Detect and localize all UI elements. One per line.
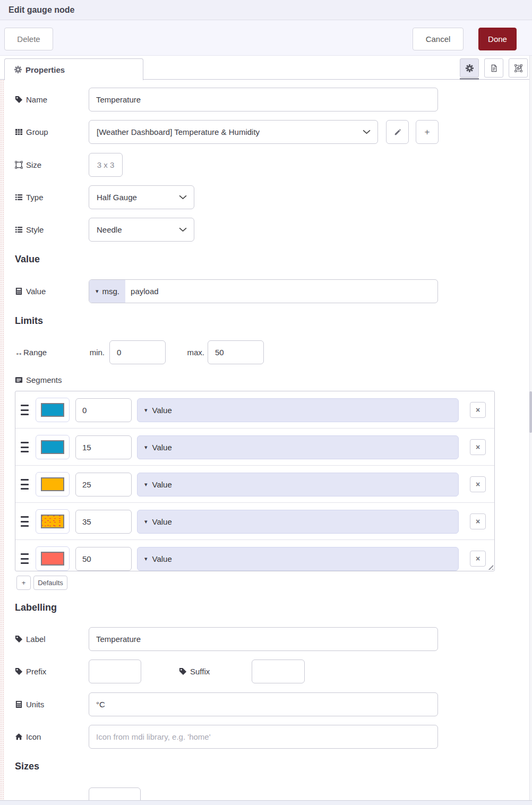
min-label: min. [87,340,105,364]
value-section-heading: Value [15,254,40,265]
delete-button[interactable]: Delete [4,28,53,50]
calculator-icon [15,700,23,708]
caret-down-icon: ▾ [144,481,148,488]
appearance-panel-button[interactable] [509,58,528,78]
done-button[interactable]: Done [478,28,517,50]
workspace-edge-strip [0,80,4,800]
segment-type-label: Value [152,443,172,452]
prefix-input[interactable] [89,660,141,683]
home-icon [15,733,23,741]
description-panel-button[interactable] [484,58,503,78]
drag-handle-icon[interactable] [21,405,29,415]
segment-value-input[interactable] [75,510,132,534]
suffix-label: Suffix [179,660,210,683]
segment-type-dropdown[interactable]: ▾ Value [137,398,459,422]
segment-color-button[interactable] [36,546,70,571]
calculator-icon [15,287,23,295]
segment-value-input[interactable] [75,398,132,422]
properties-panel-button[interactable] [460,58,479,78]
tag-icon [15,96,23,104]
range-max-input[interactable] [208,340,264,364]
gear-icon [466,64,474,72]
label-input[interactable] [89,627,438,651]
document-icon [490,64,498,72]
segment-value-input[interactable] [75,547,132,571]
drag-handle-icon[interactable] [21,516,29,527]
type-row: Type Half Gauge [0,185,532,209]
defaults-button[interactable]: Defaults [33,576,67,590]
segment-value-input[interactable] [75,435,132,459]
close-icon: × [476,517,480,526]
name-row: Name [0,88,532,112]
segment-color-button[interactable] [36,472,70,496]
gear-icon [14,66,22,73]
value-property-value[interactable]: payload [125,280,159,303]
segment-type-label: Value [152,480,172,489]
value-property-type: msg. [102,287,120,296]
segment-type-dropdown[interactable]: ▾ Value [137,510,459,534]
dialog-toolbar: Delete Cancel Done [0,20,532,56]
group-row: Group [Weather Dashboard] Temperature & … [0,120,532,144]
type-select[interactable]: Half Gauge [89,185,194,209]
name-input[interactable] [89,88,438,112]
drag-handle-icon[interactable] [21,479,29,490]
label-row: Label [0,627,532,651]
segment-type-label: Value [152,554,172,563]
caret-down-icon: ▾ [96,288,99,295]
remove-segment-button[interactable]: × [470,439,486,455]
units-input[interactable] [89,692,438,716]
segments-label-row: Segments [0,373,532,386]
value-property-type-chip[interactable]: ▾ msg. [89,280,125,303]
segment-color-button[interactable] [36,398,70,422]
segment-color-button[interactable] [36,509,70,534]
suffix-input[interactable] [252,660,305,683]
segment-type-label: Value [152,517,172,526]
segment-type-dropdown[interactable]: ▾ Value [137,547,459,571]
tag-icon [15,667,23,675]
icon-label: Icon [15,725,41,749]
value-typed-input[interactable]: ▾ msg. payload [89,279,438,303]
tab-properties-label: Properties [25,65,65,74]
drag-handle-icon[interactable] [21,442,29,452]
segment-type-dropdown[interactable]: ▾ Value [137,435,459,459]
icon-input[interactable] [89,725,438,749]
remove-segment-button[interactable]: × [470,402,486,418]
edit-gauge-node-dialog: Edit gauge node Delete Cancel Done Prope… [0,0,532,805]
remove-segment-button[interactable]: × [470,476,486,492]
value-label: Value [15,279,46,303]
size-button[interactable]: 3 x 3 [89,153,123,177]
group-select-value: [Weather Dashboard] Temperature & Humidi… [97,127,260,136]
cancel-button[interactable]: Cancel [413,28,464,50]
active-tab-underline [460,78,479,80]
style-row: Style Needle [0,218,532,242]
remove-segment-button[interactable]: × [470,551,486,567]
arrows-horizontal-icon: ↔ [15,348,22,357]
drag-handle-icon[interactable] [21,553,29,564]
limits-section-heading: Limits [15,315,43,327]
range-min-input[interactable] [109,340,166,364]
dialog-header: Edit gauge node [0,0,532,20]
scrollbar-thumb[interactable] [529,391,532,433]
segment-color-swatch-inner [41,515,64,528]
chevron-down-icon [179,227,187,232]
segment-color-swatch-inner [41,477,64,491]
range-label: ↔ Range [15,340,47,364]
group-select[interactable]: [Weather Dashboard] Temperature & Humidi… [89,120,378,144]
caret-down-icon: ▾ [144,518,148,525]
segment-row: ▾ Value × [15,503,494,540]
add-segment-button[interactable]: + [16,576,31,590]
label-label: Label [15,627,46,651]
segments-list: ▾ Value × ▾ Value × ▾ Value × [15,391,495,571]
segment-color-button[interactable] [36,435,70,459]
style-select[interactable]: Needle [89,218,194,242]
add-group-button[interactable]: + [416,120,439,144]
remove-segment-button[interactable]: × [470,513,486,529]
segment-type-dropdown[interactable]: ▾ Value [137,473,459,496]
segment-value-input[interactable] [75,473,132,496]
tab-properties[interactable]: Properties [4,58,143,80]
segment-color-swatch-inner [41,552,64,566]
edit-group-button[interactable] [386,120,409,144]
range-row: ↔ Range min. max. [0,340,532,364]
style-label: Style [15,218,44,242]
close-icon: × [476,554,480,563]
